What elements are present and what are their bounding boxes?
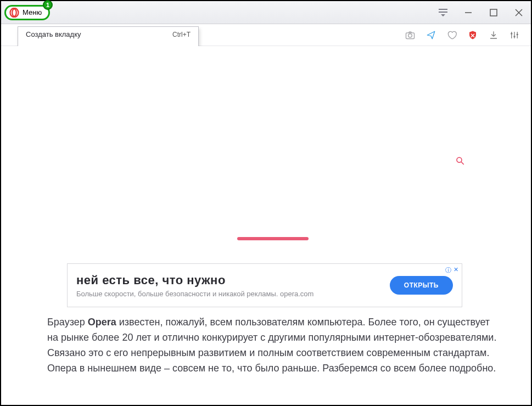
window-frame: Меню 1 Создать вкладкуCtrl+T Создать окн… <box>0 0 532 406</box>
send-icon <box>426 30 436 40</box>
easy-setup-button[interactable] <box>509 30 520 41</box>
ad-headline: ней есть все, что нужно <box>76 273 390 287</box>
menu-button-label: Меню <box>23 8 42 16</box>
maximize-icon <box>490 9 497 16</box>
shield-icon <box>468 30 478 41</box>
search-icon[interactable] <box>455 156 465 166</box>
svg-point-16 <box>457 157 462 162</box>
maximize-button[interactable] <box>487 6 500 19</box>
svg-rect-11 <box>511 33 512 34</box>
callout-badge-1: 1 <box>43 0 53 10</box>
opera-menu-button[interactable]: Меню 1 <box>4 5 50 20</box>
ad-subtitle: Больше скорости, больше безопасности и н… <box>76 290 390 298</box>
opera-icon <box>9 8 19 18</box>
minimize-button[interactable] <box>462 6 475 19</box>
svg-point-1 <box>12 9 16 16</box>
adblock-button[interactable] <box>467 30 478 41</box>
close-button[interactable] <box>512 6 525 19</box>
sidebar-toggle-icon <box>439 9 447 16</box>
article-text: Браузер Opera известен, пожалуй, всем по… <box>47 315 498 376</box>
svg-rect-12 <box>514 36 516 37</box>
minimize-icon <box>464 9 472 16</box>
svg-rect-13 <box>517 33 518 35</box>
ad-close-icon[interactable]: ✕ <box>453 266 458 274</box>
menu-item-new-tab[interactable]: Создать вкладкуCtrl+T <box>18 27 198 42</box>
downloads-button[interactable] <box>488 30 499 41</box>
ad-open-button[interactable]: ОТКРЫТЬ <box>390 276 453 295</box>
close-icon <box>515 9 523 16</box>
svg-rect-3 <box>490 9 497 16</box>
favorite-button[interactable] <box>446 30 457 41</box>
ad-info-icon[interactable]: ⓘ <box>445 266 451 274</box>
ad-controls: ⓘ ✕ <box>445 266 458 274</box>
divider-accent <box>237 237 309 240</box>
camera-icon <box>405 30 416 41</box>
download-icon <box>489 30 499 40</box>
svg-point-7 <box>408 33 412 37</box>
titlebar: Меню 1 <box>1 1 531 24</box>
page-viewport: ней есть все, что нужно Больше скорости,… <box>1 46 531 405</box>
svg-line-17 <box>461 162 464 165</box>
sidebar-toggle-button[interactable] <box>436 6 450 19</box>
heart-icon <box>446 30 457 41</box>
sliders-icon <box>509 30 519 40</box>
send-button[interactable] <box>425 30 436 41</box>
advertisement-banner[interactable]: ней есть все, что нужно Больше скорости,… <box>67 263 462 307</box>
snapshot-button[interactable] <box>405 30 416 41</box>
